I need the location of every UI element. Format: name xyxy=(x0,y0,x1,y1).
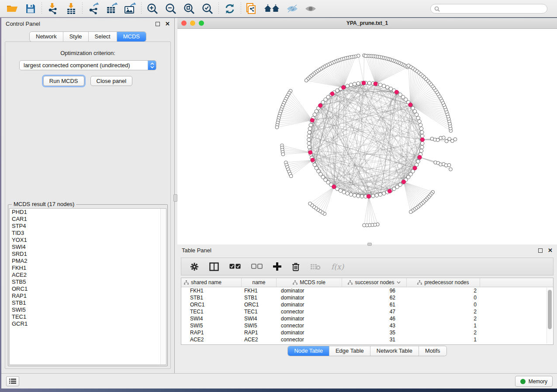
network-node[interactable] xyxy=(336,187,339,190)
network-node[interactable] xyxy=(342,190,346,194)
column-header-predecessor_nodes[interactable]: predecessor nodes xyxy=(407,278,480,287)
table-row[interactable]: RAP1RAP1dominator352 xyxy=(181,329,553,336)
network-node[interactable] xyxy=(416,160,420,163)
network-node[interactable] xyxy=(346,84,349,88)
network-node[interactable] xyxy=(313,163,316,166)
result-item[interactable]: FKH1 xyxy=(10,265,166,272)
close-panel-button[interactable]: Close panel xyxy=(90,76,133,86)
memory-button[interactable]: Memory xyxy=(515,376,553,387)
import-network-button[interactable] xyxy=(45,2,61,16)
mcds-hub-node[interactable] xyxy=(318,103,322,107)
network-node[interactable] xyxy=(378,193,382,196)
column-header-successor_nodes[interactable]: successor nodes xyxy=(342,278,407,287)
delete-table-button[interactable] xyxy=(310,263,321,270)
deselect-all-button[interactable] xyxy=(251,264,263,269)
network-node[interactable] xyxy=(416,116,420,120)
result-item[interactable]: SRD1 xyxy=(10,251,166,258)
mcds-hub-node[interactable] xyxy=(362,81,366,85)
mcds-homes-button[interactable] xyxy=(263,2,282,16)
result-item[interactable]: SWI4 xyxy=(10,244,166,251)
tab-style[interactable]: Style xyxy=(63,32,89,41)
float-panel-icon[interactable] xyxy=(156,22,160,26)
network-node[interactable] xyxy=(382,192,386,195)
run-mcds-button[interactable]: Run MCDS xyxy=(43,76,84,86)
table-row[interactable]: SWI4SWI4dominator462 xyxy=(181,315,553,322)
network-node[interactable] xyxy=(415,113,418,116)
column-header-shared_name[interactable]: shared name xyxy=(181,278,242,287)
mcds-hub-node[interactable] xyxy=(342,86,346,89)
network-node[interactable] xyxy=(453,138,457,141)
save-session-button[interactable] xyxy=(23,2,38,16)
network-node[interactable] xyxy=(289,174,293,178)
network-node[interactable] xyxy=(363,224,366,227)
delete-column-button[interactable] xyxy=(292,262,300,271)
result-item[interactable]: STB1 xyxy=(10,299,166,306)
network-node[interactable] xyxy=(389,87,392,90)
tab-motifs[interactable]: Motifs xyxy=(419,346,446,356)
table-row[interactable]: FKH1FKH1dominator962 xyxy=(181,287,553,294)
network-node[interactable] xyxy=(281,152,285,156)
zoom-out-button[interactable] xyxy=(163,2,179,16)
network-node[interactable] xyxy=(353,193,356,197)
table-scrollbar-thumb[interactable] xyxy=(548,290,552,329)
mcds-hub-node[interactable] xyxy=(332,185,336,189)
network-node[interactable] xyxy=(313,113,316,116)
open-file-button[interactable] xyxy=(4,2,20,16)
result-item[interactable]: YOX1 xyxy=(10,237,166,244)
network-node[interactable] xyxy=(315,110,318,113)
network-node[interactable] xyxy=(364,54,367,58)
network-node[interactable] xyxy=(349,193,353,196)
network-node[interactable] xyxy=(419,123,422,127)
apply-style-button[interactable] xyxy=(222,2,238,16)
task-history-button[interactable] xyxy=(6,376,19,386)
network-node[interactable] xyxy=(386,86,389,89)
tab-network[interactable]: Network xyxy=(30,32,63,41)
network-node[interactable] xyxy=(339,189,342,192)
result-item[interactable]: ORC1 xyxy=(10,285,166,292)
result-item[interactable]: TEC1 xyxy=(10,313,166,320)
network-node[interactable] xyxy=(353,82,356,86)
network-node[interactable] xyxy=(371,194,375,198)
tab-select[interactable]: Select xyxy=(89,32,117,41)
export-image-button[interactable] xyxy=(122,2,138,16)
function-builder-button[interactable]: f(x) xyxy=(331,262,344,271)
result-item[interactable]: SWI5 xyxy=(10,306,166,313)
criterion-select[interactable]: largest connected component (undirected) xyxy=(19,60,156,70)
network-node[interactable] xyxy=(375,193,378,197)
float-table-panel-icon[interactable] xyxy=(538,248,543,253)
tab-network-table[interactable]: Network Table xyxy=(370,346,419,356)
result-item[interactable]: PMA2 xyxy=(10,258,166,265)
network-node[interactable] xyxy=(407,64,410,67)
network-node[interactable] xyxy=(307,138,311,141)
network-canvas[interactable] xyxy=(177,29,557,244)
tab-mcds[interactable]: MCDS xyxy=(117,32,146,41)
network-node[interactable] xyxy=(307,134,311,138)
table-row[interactable]: STB1STB1dominator620 xyxy=(181,294,553,301)
network-node[interactable] xyxy=(367,81,371,85)
mcds-hub-node[interactable] xyxy=(330,92,334,96)
network-node[interactable] xyxy=(349,83,353,86)
network-node[interactable] xyxy=(421,134,424,138)
network-node[interactable] xyxy=(346,192,349,195)
mcds-hub-node[interactable] xyxy=(367,194,370,198)
network-node[interactable] xyxy=(356,82,360,85)
network-node[interactable] xyxy=(308,202,312,206)
mcds-hub-node[interactable] xyxy=(401,180,405,184)
show-columns-button[interactable] xyxy=(209,262,219,271)
result-item[interactable]: CAR1 xyxy=(10,216,166,223)
network-node[interactable] xyxy=(420,145,424,149)
table-row[interactable]: SWI5SWI5connector431 xyxy=(181,322,553,329)
mcds-hub-node[interactable] xyxy=(413,166,417,170)
create-column-button[interactable] xyxy=(273,262,281,271)
network-node[interactable] xyxy=(307,141,311,145)
result-item[interactable]: STP4 xyxy=(10,223,166,230)
table-row[interactable]: ACE2ACE2connector311 xyxy=(181,336,553,343)
network-node[interactable] xyxy=(409,210,412,214)
mcds-hub-node[interactable] xyxy=(374,82,377,86)
result-scrollbar[interactable] xyxy=(160,209,166,364)
network-node[interactable] xyxy=(419,127,423,130)
network-node[interactable] xyxy=(360,195,363,198)
hide-selected-button[interactable] xyxy=(284,2,300,16)
network-node[interactable] xyxy=(419,149,423,152)
network-node[interactable] xyxy=(442,136,446,140)
